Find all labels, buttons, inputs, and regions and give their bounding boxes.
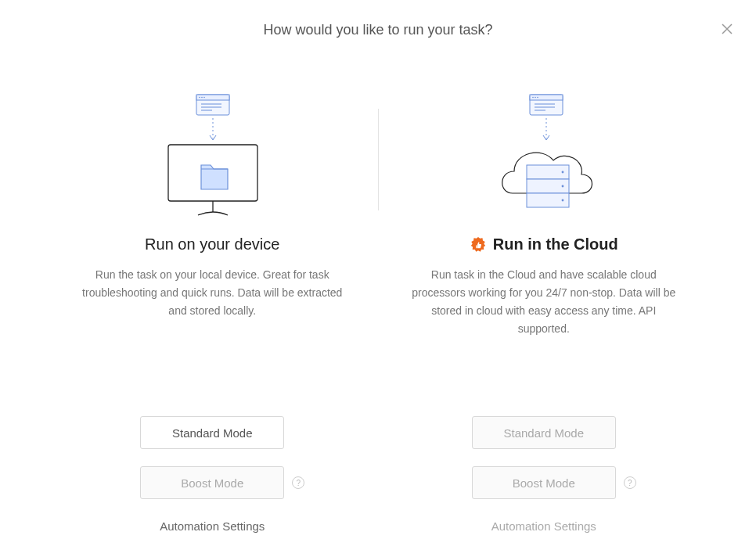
svg-point-24 [561, 185, 563, 188]
cloud-description: Run task in the Cloud and have scalable … [410, 266, 679, 338]
device-title: Run on your device [145, 235, 279, 253]
device-standard-row: Standard Mode [140, 416, 284, 449]
svg-point-23 [561, 171, 563, 174]
cloud-boost-row: Boost Mode ? [472, 466, 616, 499]
close-button[interactable] [720, 22, 734, 36]
device-boost-row: Boost Mode ? [140, 466, 284, 499]
cloud-standard-button[interactable]: Standard Mode [472, 416, 616, 449]
svg-point-3 [201, 97, 203, 99]
modal-container: How would you like to run your task? [0, 0, 756, 557]
device-automation-link[interactable]: Automation Settings [160, 519, 265, 533]
device-boost-help-icon[interactable]: ? [292, 476, 304, 489]
cloud-title-row: Run in the Cloud [470, 235, 618, 253]
device-buttons: Standard Mode Boost Mode ? Automation Se… [140, 338, 284, 533]
device-standard-button[interactable]: Standard Mode [140, 416, 284, 449]
thumbs-up-icon [470, 236, 487, 253]
svg-point-2 [199, 97, 200, 99]
svg-point-14 [535, 97, 536, 99]
cloud-option: Run in the Cloud Run task in the Cloud a… [379, 93, 710, 533]
cloud-illustration [481, 93, 607, 218]
cloud-buttons: Standard Mode Boost Mode ? Automation Se… [472, 338, 616, 533]
close-icon [722, 23, 733, 34]
cloud-boost-help-icon[interactable]: ? [624, 476, 636, 489]
cloud-standard-row: Standard Mode [472, 416, 616, 449]
modal-header: How would you like to run your task? [0, 0, 756, 38]
device-title-row: Run on your device [145, 235, 279, 253]
device-boost-button[interactable]: Boost Mode [140, 466, 284, 499]
svg-point-15 [537, 97, 538, 99]
device-illustration [149, 93, 275, 218]
device-description: Run the task on your local device. Great… [78, 266, 347, 320]
options-row: Run on your device Run the task on your … [0, 93, 756, 533]
svg-point-25 [561, 199, 563, 202]
device-option: Run on your device Run the task on your … [47, 93, 378, 533]
cloud-title: Run in the Cloud [493, 235, 618, 253]
modal-title: How would you like to run your task? [0, 22, 756, 38]
svg-point-13 [532, 97, 534, 99]
cloud-automation-link[interactable]: Automation Settings [491, 519, 596, 533]
svg-point-4 [203, 97, 205, 99]
cloud-boost-button[interactable]: Boost Mode [472, 466, 616, 499]
